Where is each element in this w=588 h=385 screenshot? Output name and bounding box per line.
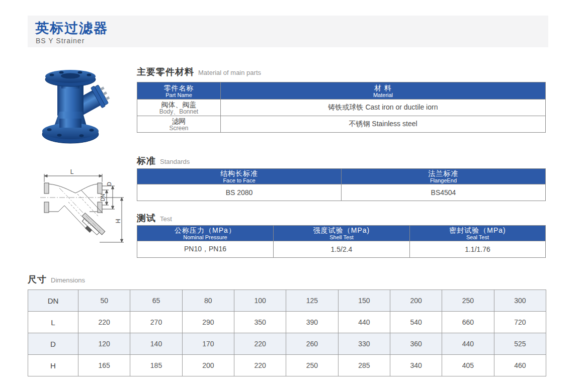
page-title: 英标过滤器 [35,19,108,37]
d-value: 360 [390,333,442,355]
materials-header-part-zh: 零件名称 [137,84,220,92]
dimensions-section-title: 尺寸 Dimensions [28,273,85,285]
table-row-l: L 220 270 290 350 390 440 540 660 720 [28,312,546,333]
l-value: 660 [442,312,494,333]
materials-table: 零件名称 Part Name 材 料 Material 阀体、阀盖 Body、B… [137,82,546,133]
material-cell: 不锈钢 Stainless steel [221,116,546,133]
materials-header-part: 零件名称 Part Name [137,82,221,100]
h-value: 250 [286,355,338,376]
standards-title-zh: 标准 [137,155,156,167]
d-value: 120 [78,333,130,355]
row-label: H [28,355,78,376]
l-value: 220 [78,312,130,333]
table-row: BS 2080 BS4504 [137,184,546,201]
l-value: 540 [390,312,442,333]
materials-title-en: Material of main parts [198,69,261,76]
test-header-shell: 强度试验（MPa) Shell Test [274,226,410,241]
standards-header-f2f: 结构长标准 Face to Face [137,169,342,184]
page-subtitle: BS Y Strainer [36,37,85,45]
row-label: DN [28,290,78,312]
flange-end-value: BS4504 [342,184,546,201]
dn-value: 250 [442,290,494,312]
test-table: 公称压力（MPa） Nominal Pressure 强度试验（MPa) She… [137,225,546,258]
l-value: 290 [182,312,234,333]
h-value: 220 [234,355,286,376]
d-value: 440 [442,333,494,355]
standards-table: 结构长标准 Face to Face 法兰标准 FlangeEnd BS 208… [137,168,546,201]
test-header-row: 公称压力（MPa） Nominal Pressure 强度试验（MPa) She… [137,226,546,241]
dimensions-table: DN 50 65 80 100 125 150 200 250 300 L 22… [28,290,546,376]
table-row-d: D 120 140 170 220 260 330 360 440 525 [28,333,546,355]
d-value: 330 [338,333,390,355]
test-header-seal-en: Seal Test [410,234,545,240]
test-header-shell-zh: 强度试验（MPa) [274,226,409,234]
page-header: 英标过滤器 BS Y Strainer [28,16,548,47]
material-cell: 铸铁或球铁 Cast iron or ductile iorn [221,100,546,116]
table-row-dn: DN 50 65 80 100 125 150 200 250 300 [28,290,546,312]
dn-value: 50 [78,290,130,312]
standards-section-title: 标准 Standards [137,155,190,167]
standards-header-flange: 法兰标准 FlangeEnd [342,169,546,184]
h-value: 405 [442,355,494,376]
part-en: Body、Bonnet [137,109,220,115]
l-value: 350 [234,312,286,333]
h-value: 285 [338,355,390,376]
test-header-seal: 密封试验（MPa) Seal Test [410,226,546,241]
l-value: 270 [130,312,182,333]
table-row: 滤网 Screen 不锈钢 Stainless steel [137,116,546,133]
row-label: L [28,312,78,333]
table-row: PN10，PN16 1.5/2.4 1.1/1.76 [137,241,546,258]
test-header-seal-zh: 密封试验（MPa) [410,226,545,234]
h-value: 185 [130,355,182,376]
d-value: 260 [286,333,338,355]
nominal-pressure-value: PN10，PN16 [137,241,274,258]
materials-title-zh: 主要零件材料 [137,66,194,78]
standards-header-f2f-zh: 结构长标准 [137,169,341,177]
h-value: 460 [494,355,546,376]
row-label: D [28,333,78,355]
test-header-pressure: 公称压力（MPa） Nominal Pressure [137,226,274,241]
test-title-zh: 测试 [137,212,156,224]
dimensions-title-en: Dimensions [51,276,85,284]
h-value: 200 [182,355,234,376]
h-value: 165 [78,355,130,376]
dn-value: 65 [130,290,182,312]
d-value: 140 [130,333,182,355]
standards-header-row: 结构长标准 Face to Face 法兰标准 FlangeEnd [137,169,546,184]
test-title-en: Test [160,215,172,223]
standards-header-f2f-en: Face to Face [137,177,341,183]
table-row: 阀体、阀盖 Body、Bonnet 铸铁或球铁 Cast iron or duc… [137,100,546,116]
part-zh: 滤网 [137,117,220,125]
test-header-pressure-en: Nominal Pressure [137,234,273,240]
dim-label-l: L [70,168,74,175]
materials-header-material: 材 料 Material [221,82,546,100]
l-value: 720 [494,312,546,333]
part-name-cell: 滤网 Screen [137,116,221,133]
standards-header-flange-zh: 法兰标准 [342,169,545,177]
materials-header-part-en: Part Name [137,92,220,98]
standards-title-en: Standards [160,158,190,165]
dim-label-h: H [115,219,122,224]
materials-header-row: 零件名称 Part Name 材 料 Material [137,82,546,100]
test-header-pressure-zh: 公称压力（MPa） [137,226,273,234]
part-name-cell: 阀体、阀盖 Body、Bonnet [137,100,221,116]
test-section-title: 测试 Test [137,212,172,224]
product-photo [30,58,133,152]
shell-test-value: 1.5/2.4 [274,241,410,258]
part-en: Screen [137,125,220,132]
standards-header-flange-en: FlangeEnd [342,177,545,183]
dn-value: 200 [390,290,442,312]
materials-header-material-en: Material [221,92,545,98]
y-strainer-section-drawing: L DN D H [29,167,126,256]
l-value: 440 [338,312,390,333]
d-value: 220 [234,333,286,355]
part-zh: 阀体、阀盖 [137,101,220,109]
y-strainer-photo-illustration [30,58,133,152]
l-value: 390 [286,312,338,333]
dn-value: 150 [338,290,390,312]
h-value: 340 [390,355,442,376]
test-header-shell-en: Shell Test [274,234,409,240]
dn-value: 300 [494,290,546,312]
d-value: 170 [182,333,234,355]
d-value: 525 [494,333,546,355]
